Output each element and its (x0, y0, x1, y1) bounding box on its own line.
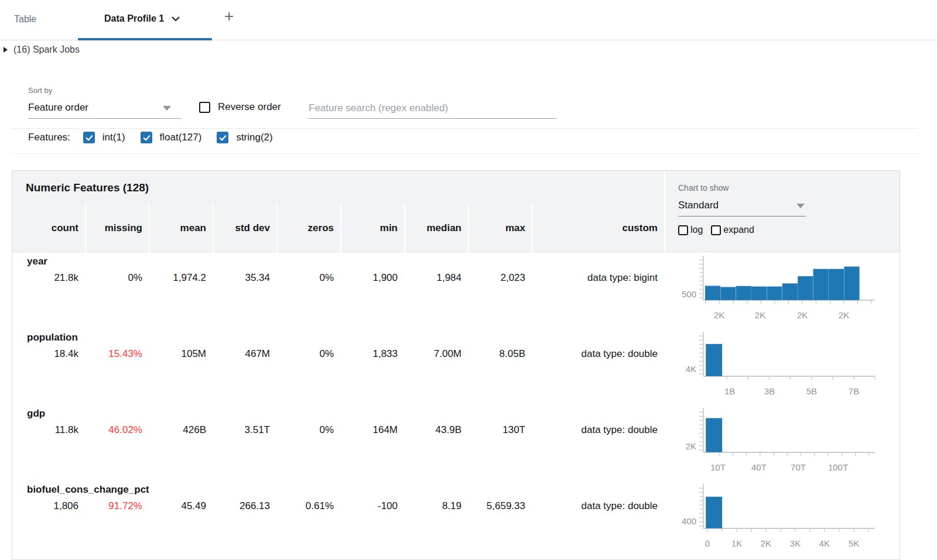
feature-type-checkbox[interactable] (83, 132, 95, 143)
feature-type-float[interactable]: float(127) (141, 132, 202, 143)
feature-name: year (27, 256, 47, 267)
feature-type-int[interactable]: int(1) (83, 132, 125, 143)
cell-zeros: 0% (276, 423, 340, 437)
cell-custom: data type: double (532, 499, 664, 513)
feature-type-label: int(1) (102, 132, 125, 143)
svg-text:3B: 3B (764, 386, 775, 396)
tab-bar: Table Data Profile 1 + (0, 0, 937, 40)
cell-count: 11.8k (12, 423, 85, 437)
feature-type-checkbox[interactable] (217, 132, 228, 143)
reverse-order-label: Reverse order (218, 101, 281, 113)
chart-type-select[interactable]: Standard (678, 197, 806, 217)
cell-mean: 1,974.2 (149, 271, 213, 285)
feature-row-population: population18.4k15.43%105M467M0%1,8337.00… (12, 328, 900, 404)
expand-label: expand (723, 225, 754, 235)
spark-jobs-label: (16) Spark Jobs (13, 44, 80, 55)
expand-option[interactable]: expand (711, 225, 754, 235)
svg-text:2K: 2K (686, 441, 696, 451)
sort-by-select[interactable]: Feature order (28, 98, 182, 119)
cell-min: 164M (340, 423, 404, 437)
cell-custom: data type: double (532, 423, 664, 437)
cell-median: 7.00M (404, 347, 468, 361)
feature-row-year: year21.8k0%1,974.235.340%1,9001,9842,023… (12, 252, 900, 328)
cell-max: 130T (468, 423, 532, 437)
svg-text:3K: 3K (790, 538, 801, 548)
log-option[interactable]: log (678, 225, 703, 235)
cell-zeros: 0% (276, 271, 340, 285)
cell-missing: 15.43% (85, 347, 149, 361)
divider (12, 128, 918, 129)
column-header-count: count (12, 204, 85, 252)
log-checkbox[interactable] (678, 225, 688, 235)
column-header-custom: custom (532, 204, 664, 252)
column-header-min: min (340, 204, 404, 252)
feature-type-string[interactable]: string(2) (217, 132, 272, 143)
svg-text:100T: 100T (828, 462, 848, 472)
svg-text:2K: 2K (755, 310, 765, 320)
tab-data-profile-label: Data Profile 1 (104, 13, 164, 24)
column-header-zeros: zeros (276, 204, 340, 252)
svg-text:2K: 2K (839, 310, 849, 320)
plus-icon: + (224, 7, 234, 25)
histogram-population: 4K1B3B5B7B (664, 328, 900, 403)
chart-type-value: Standard (678, 200, 719, 211)
cell-median: 43.9B (404, 423, 468, 437)
svg-text:1B: 1B (724, 386, 735, 396)
cell-max: 5,659.33 (468, 499, 532, 513)
svg-text:5K: 5K (849, 538, 859, 548)
cell-std-dev: 266.13 (213, 499, 276, 513)
cell-min: -100 (340, 499, 404, 513)
table-header: Numeric Features (128) countmissingmeans… (12, 171, 900, 252)
sort-by-label: Sort by (28, 86, 52, 95)
dropdown-arrow-icon (163, 106, 171, 111)
feature-search (309, 98, 557, 119)
cell-count: 21.8k (12, 271, 85, 285)
tab-data-profile[interactable]: Data Profile 1 (104, 13, 180, 24)
feature-name: gdp (27, 408, 45, 420)
feature-type-label: float(127) (160, 132, 202, 143)
log-label: log (690, 225, 703, 235)
cell-std-dev: 467M (213, 347, 276, 361)
histogram-biofuel_cons_change_pct: 40001K2K3K4K5K (664, 480, 900, 555)
feature-type-checkbox[interactable] (141, 132, 152, 143)
cell-median: 1,984 (404, 271, 468, 285)
cell-min: 1,833 (340, 347, 404, 361)
svg-text:70T: 70T (791, 462, 806, 472)
cell-custom: data type: double (532, 347, 664, 361)
cell-max: 2,023 (468, 271, 532, 285)
column-header-missing: missing (85, 204, 149, 252)
reverse-order-control[interactable]: Reverse order (199, 101, 281, 113)
cell-zeros: 0% (276, 347, 340, 361)
svg-text:4K: 4K (819, 538, 830, 548)
cell-min: 1,900 (340, 271, 404, 285)
chart-panel-header: Chart to show Standard log expand (664, 171, 900, 252)
tab-table[interactable]: Table (14, 14, 36, 25)
feature-search-input[interactable] (309, 98, 557, 118)
column-header-median: median (404, 204, 468, 252)
features-filter-row: Features: int(1)float(127)string(2) (28, 132, 288, 143)
expand-checkbox[interactable] (711, 225, 721, 235)
chevron-down-icon (172, 16, 180, 22)
cell-mean: 45.49 (149, 499, 213, 513)
cell-missing: 91.72% (85, 499, 149, 513)
reverse-order-checkbox[interactable] (199, 102, 210, 113)
svg-text:0: 0 (705, 538, 710, 548)
svg-text:7B: 7B (849, 386, 859, 396)
add-profile-button[interactable]: + (224, 8, 234, 25)
cell-std-dev: 3.51T (213, 423, 276, 437)
divider (12, 153, 918, 154)
sort-by-value: Feature order (28, 102, 88, 114)
spark-jobs-toggle[interactable]: (16) Spark Jobs (4, 44, 80, 55)
column-header-max: max (468, 204, 532, 252)
cell-custom: data type: bigint (532, 271, 664, 285)
numeric-features-table: Numeric Features (128) countmissingmeans… (12, 170, 900, 560)
feature-type-label: string(2) (236, 132, 272, 143)
active-tab-underline (78, 38, 212, 40)
column-header-std-dev: std dev (213, 204, 276, 252)
svg-text:2K: 2K (797, 310, 808, 320)
svg-text:2K: 2K (714, 310, 724, 320)
column-header-mean: mean (149, 204, 213, 252)
table-title: Numeric Features (128) (26, 181, 149, 194)
svg-text:500: 500 (682, 289, 696, 299)
cell-mean: 426B (149, 423, 213, 437)
